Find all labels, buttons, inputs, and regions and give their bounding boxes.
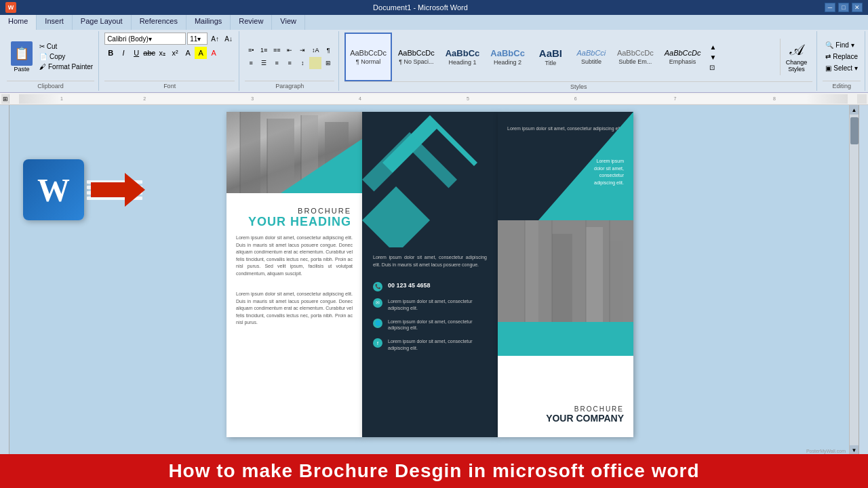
style-heading1-preview: AaBbCc [446,49,480,58]
style-title-preview: AaBI [539,48,562,58]
tab-page-layout[interactable]: Page Layout [73,15,132,30]
restore-button[interactable]: □ [838,3,849,12]
ruler-corner[interactable]: ⊞ [1,94,9,104]
editing-label: Editing [823,81,861,89]
decrease-indent-button[interactable]: ⇤ [283,44,296,56]
scroll-up-button[interactable]: ▲ [850,105,859,115]
find-button[interactable]: 🔍 Find ▾ [823,40,861,50]
ruler-mark-3: 3 [251,96,254,101]
shading-button[interactable] [309,57,321,69]
main-layout: W [0,105,868,455]
style-title[interactable]: AaBI Title [531,33,570,81]
style-no-spacing[interactable]: AaBbCcDc ¶ No Spaci... [393,33,439,81]
close-button[interactable]: ✕ [852,3,863,12]
vertical-scrollbar[interactable]: ▲ ▼ [849,105,859,455]
scroll-down-button[interactable]: ▼ [850,445,859,455]
word-letter: W [37,171,70,209]
tab-review[interactable]: Review [231,15,272,30]
web-text: Lorem ipsum dolor sit amet, consectetur … [388,319,487,332]
tab-references[interactable]: References [132,15,186,30]
scroll-thumb[interactable] [850,117,859,144]
social-icon: f [373,338,382,348]
change-styles-button[interactable]: 𝒜 Change Styles [780,39,813,75]
tab-mailings[interactable]: Mailings [186,15,231,30]
italic-button[interactable]: I [117,47,130,59]
strikethrough-button[interactable]: abc [143,47,155,59]
style-emphasis-label: Emphasis [669,58,696,65]
text-effects-button[interactable]: A [182,47,194,59]
svg-rect-0 [240,112,260,193]
arrow-body [91,182,126,197]
styles-expand[interactable]: ⊡ [709,64,716,71]
tab-view[interactable]: View [272,15,305,30]
paragraph-label: Paragraph [245,81,334,89]
ruler-mark-7: 7 [673,96,676,101]
font-family-selector[interactable]: Calibri (Body)▾ [104,33,186,45]
styles-scroll-down[interactable]: ▼ [709,54,716,61]
grow-font-button[interactable]: A↑ [209,33,221,45]
sort-button[interactable]: ↕A [309,44,321,56]
bottom-banner: How to make Brochure Desgin in microsoft… [0,454,868,488]
borders-button[interactable]: ⊞ [322,57,334,69]
arrow-head [125,173,145,207]
styles-group: AaBbCcDc ¶ Normal AaBbCcDc ¶ No Spaci...… [340,31,817,91]
multilevel-button[interactable]: ≡≡ [271,44,283,56]
highlight-button[interactable]: A [195,47,207,59]
style-subtle-em[interactable]: AaBbCcDc Subtle Em... [612,33,658,81]
format-painter-button[interactable]: 🖌Format Painter [38,62,94,71]
style-normal[interactable]: AaBbCcDc ¶ Normal [344,33,392,81]
paste-button[interactable]: 📋 Paste [7,40,37,74]
minimize-button[interactable]: ─ [825,3,835,12]
left-panel [0,105,9,455]
font-selectors: Calibri (Body)▾ 11▾ A↑ A↓ [104,33,235,45]
title-bar: W Document1 - Microsoft Word ─ □ ✕ [0,0,868,15]
style-subtitle[interactable]: AaBbCci Subtitle [572,33,611,81]
document-area[interactable]: W [9,105,849,455]
paste-icon: 📋 [11,41,33,66]
contact-phone-text: 00 123 45 4658 [388,282,431,289]
page2-mid-text: Lorem ipsum dolor sit amet, consectetur … [362,247,498,275]
font-size-selector[interactable]: 11▾ [187,33,208,45]
align-right-button[interactable]: ≡ [271,57,283,69]
font-color-button[interactable]: A [208,47,220,59]
ribbon: 📋 Paste ✂ Cut 📄Copy 🖌Format Painter Clip… [0,30,868,93]
change-styles-label: Change Styles [786,59,808,73]
paragraph-buttons: ≡• 1≡ ≡≡ ⇤ ⇥ ↕A ¶ ≡ ☰ ≡ ≡ ↕ [245,44,334,69]
email-icon: ✉ [373,298,382,308]
subscript-button[interactable]: x₂ [156,47,168,59]
page3-company-label: YOUR COMPANY [498,413,624,424]
align-left-button[interactable]: ≡ [245,57,257,69]
replace-button[interactable]: ⇄ Replace [823,52,861,62]
show-hide-button[interactable]: ¶ [322,44,334,56]
style-heading1[interactable]: AaBbCc Heading 1 [441,33,485,81]
phone-icon: 📞 [373,282,382,291]
bullets-button[interactable]: ≡• [245,44,257,56]
font-content: Calibri (Body)▾ 11▾ A↑ A↓ B I U abc x₂ x… [104,33,235,81]
change-styles-icon: 𝒜 [790,41,803,59]
style-emphasis[interactable]: AaBbCcDc Emphasis [660,33,706,81]
copy-button[interactable]: 📄Copy [38,52,94,61]
justify-button[interactable]: ≡ [283,57,296,69]
numbering-button[interactable]: 1≡ [258,44,270,56]
page3-brochure-label: BROCHURE [498,405,624,413]
style-heading2[interactable]: AaBbCc Heading 2 [486,33,530,81]
style-heading2-preview: AaBbCc [490,49,525,58]
align-center-button[interactable]: ☰ [258,57,270,69]
increase-indent-button[interactable]: ⇥ [296,44,309,56]
shrink-font-button[interactable]: A↓ [222,33,235,45]
style-normal-preview: AaBbCcDc [350,49,387,57]
superscript-button[interactable]: x² [169,47,181,59]
underline-button[interactable]: U [130,47,142,59]
styles-gallery: AaBbCcDc ¶ Normal AaBbCcDc ¶ No Spaci...… [344,33,778,81]
bold-button[interactable]: B [104,47,117,59]
select-button[interactable]: ▣ Select ▾ [823,63,861,73]
font-label: Font [104,81,235,89]
line-spacing-button[interactable]: ↕ [296,57,309,69]
tab-insert[interactable]: Insert [37,15,73,30]
page2-top [362,112,498,247]
tab-home[interactable]: Home [0,15,37,30]
paragraph-content: ≡• 1≡ ≡≡ ⇤ ⇥ ↕A ¶ ≡ ☰ ≡ ≡ ↕ [245,33,334,81]
styles-scroll-up[interactable]: ▲ [709,43,716,51]
clipboard-content: 📋 Paste ✂ Cut 📄Copy 🖌Format Painter [7,33,94,81]
cut-button[interactable]: ✂ Cut [38,42,94,51]
